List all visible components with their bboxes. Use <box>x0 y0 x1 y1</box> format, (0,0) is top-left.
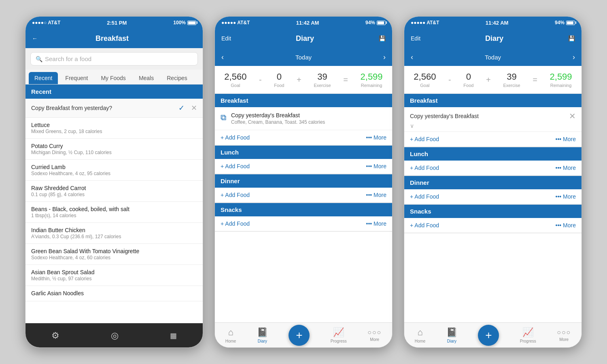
add-button-2[interactable]: + <box>289 325 310 346</box>
exercise-label-3: Exercise <box>503 83 520 88</box>
food-item-potato-curry[interactable]: Potato Curry Michigan Dining, ½ Cup, 110… <box>25 139 203 160</box>
meal-dinner-3: Dinner + Add Food ••• More <box>404 176 582 205</box>
phone-1: ●●●●○ AT&T 2:51 PM 100% ← Breakfast 🔍 Se… <box>25 16 203 348</box>
back-button-1[interactable]: ← <box>32 35 38 42</box>
diary-tab-2[interactable]: 📓 Diary <box>257 327 268 343</box>
bottom-bar-1: ⚙ ◎ ▦ <box>25 323 203 347</box>
diary-icon-2: 📓 <box>257 327 268 338</box>
meal-dinner-header-2: Dinner <box>215 174 392 188</box>
food-item-green-bean-salad[interactable]: Green Bean Salad With Tomato Vinaigrette… <box>25 244 203 265</box>
tab-meals-1[interactable]: Meals <box>133 72 159 84</box>
current-date-3: Today <box>485 54 501 61</box>
progress-label-3: Progress <box>520 339 536 343</box>
status-bar-3: ●●●●● AT&T 11:42 AM 94% <box>404 17 582 29</box>
meals-container-2: Breakfast ⧉ Copy yesterday's Breakfast C… <box>215 94 392 322</box>
diary-tab-3[interactable]: 📓 Diary <box>446 327 457 343</box>
progress-icon-2: 📈 <box>333 327 344 338</box>
settings-icon-1[interactable]: ⚙ <box>51 330 59 341</box>
checkmark-icon-1[interactable]: ✓ <box>178 104 185 112</box>
food-item-butter-chicken[interactable]: Indian Butter Chicken A'viands, 0.3 Cup … <box>25 223 203 244</box>
food-item-raw-carrot[interactable]: Raw Shredded Carrot 0.1 cup (85 g), 4 ca… <box>25 181 203 202</box>
dinner-add-food-3[interactable]: + Add Food <box>410 193 439 200</box>
search-input-wrap-1[interactable]: 🔍 Search for a food <box>30 52 198 66</box>
meal-breakfast-header-2: Breakfast <box>215 94 392 107</box>
breakfast-add-food-3[interactable]: + Add Food <box>410 136 439 142</box>
progress-tab-2[interactable]: 📈 Progress <box>331 327 347 343</box>
exercise-label-2: Exercise <box>314 83 331 88</box>
battery-2: 94% <box>365 20 386 25</box>
food-name: Beans - Black, cooked, boiled, with salt <box>31 206 197 212</box>
progress-label-2: Progress <box>331 339 347 343</box>
lunch-add-food-3[interactable]: + Add Food <box>410 165 439 171</box>
food-name: Indian Butter Chicken <box>31 227 197 233</box>
lunch-more-3[interactable]: ••• More <box>556 165 576 171</box>
progress-icon-3: 📈 <box>522 327 533 338</box>
food-item-curried-lamb[interactable]: Curried Lamb Sodexo Healthcare, 4 oz, 95… <box>25 160 203 181</box>
tab-myfoods-1[interactable]: My Foods <box>95 72 131 84</box>
home-label-2: Home <box>225 339 236 343</box>
search-bar-1: 🔍 Search for a food <box>25 48 203 70</box>
meals-container-3: Breakfast Copy yesterday's Breakfast ✕ ∨… <box>404 94 582 322</box>
food-item-lettuce[interactable]: Lettuce Mixed Greens, 2 cup, 18 calories <box>25 118 203 139</box>
lunch-add-more-2: + Add Food ••• More <box>215 159 392 174</box>
breakfast-add-food-2[interactable]: + Add Food <box>221 134 250 141</box>
copy-yesterday-row-2[interactable]: ⧉ Copy yesterday's Breakfast Coffee, Cre… <box>215 107 392 130</box>
food-desc: Michigan Dining, ½ Cup, 110 calories <box>31 150 197 155</box>
snacks-more-3[interactable]: ••• More <box>556 222 576 229</box>
lunch-add-food-2[interactable]: + Add Food <box>221 163 250 169</box>
more-label-3: More <box>559 337 569 342</box>
home-tab-2[interactable]: ⌂ Home <box>225 327 236 343</box>
food-item-garlic-noodles[interactable]: Garlic Asian Noodles <box>25 286 203 301</box>
edit-button-2[interactable]: Edit <box>221 35 231 42</box>
nav-bar-2: Edit Diary 💾 <box>215 29 392 48</box>
food-item-bean-sprout[interactable]: Asian Bean Sprout Salad Medithin, ½ cup,… <box>25 265 203 286</box>
prev-day-3[interactable]: ‹ <box>411 53 413 61</box>
exercise-value-3: 39 <box>503 72 520 82</box>
food-desc: Medithin, ½ cup, 97 calories <box>31 276 197 281</box>
next-day-2[interactable]: › <box>383 53 386 61</box>
dinner-more-2[interactable]: ••• More <box>366 192 387 198</box>
save-button-2[interactable]: 💾 <box>379 35 386 42</box>
more-icon-2: ○○○ <box>367 329 382 336</box>
close-copy-icon-1[interactable]: ✕ <box>191 104 197 112</box>
copy-expanded-close-3[interactable]: ✕ <box>569 111 576 121</box>
dinner-add-food-2[interactable]: + Add Food <box>221 192 250 198</box>
tab-frequent-1[interactable]: Frequent <box>59 72 93 84</box>
tab-recipes-1[interactable]: Recipes <box>161 72 193 84</box>
section-header-1: Recent <box>25 85 203 99</box>
meal-dinner-2: Dinner + Add Food ••• More <box>215 174 392 203</box>
snacks-more-2[interactable]: ••• More <box>366 220 387 227</box>
diary-bottom-3: ⌂ Home 📓 Diary + 📈 Progress ○○○ More <box>404 322 582 347</box>
check-circle-icon-1[interactable]: ◎ <box>111 330 119 341</box>
prev-day-2[interactable]: ‹ <box>221 53 224 61</box>
home-tab-3[interactable]: ⌂ Home <box>415 327 426 343</box>
minus-op-2: - <box>259 75 262 85</box>
food-desc: A'viands, 0.3 Cup (236.6 ml), 127 calori… <box>31 234 197 239</box>
next-day-3[interactable]: › <box>573 53 575 61</box>
save-button-3[interactable]: 💾 <box>568 35 575 42</box>
edit-button-3[interactable]: Edit <box>411 35 420 42</box>
food-name: Green Bean Salad With Tomato Vinaigrette <box>31 248 197 254</box>
diary-icon-3: 📓 <box>446 327 457 338</box>
battery-fill-1 <box>188 21 195 24</box>
more-tab-3[interactable]: ○○○ More <box>557 329 571 342</box>
lunch-more-2[interactable]: ••• More <box>366 163 387 169</box>
tab-recent-1[interactable]: Recent <box>29 72 58 84</box>
add-button-3[interactable]: + <box>478 325 499 346</box>
snacks-add-food-2[interactable]: + Add Food <box>221 220 250 227</box>
barcode-icon-1[interactable]: ▦ <box>170 331 177 340</box>
copy-chevron-3: ∨ <box>410 123 576 129</box>
meal-breakfast-body-3: Copy yesterday's Breakfast ✕ ∨ + Add Foo… <box>404 107 582 146</box>
battery-icon-1 <box>187 21 196 25</box>
breakfast-more-3[interactable]: ••• More <box>556 136 576 142</box>
time-3: 11:42 AM <box>486 20 509 26</box>
nav-title-3: Diary <box>485 34 503 43</box>
more-tab-2[interactable]: ○○○ More <box>367 329 382 342</box>
progress-tab-3[interactable]: 📈 Progress <box>520 327 536 343</box>
snacks-add-food-3[interactable]: + Add Food <box>410 222 439 229</box>
battery-icon-2 <box>377 21 386 25</box>
dinner-more-3[interactable]: ••• More <box>556 193 576 200</box>
nav-bar-1: ← Breakfast <box>25 29 203 48</box>
food-item-black-beans[interactable]: Beans - Black, cooked, boiled, with salt… <box>25 202 203 223</box>
breakfast-more-2[interactable]: ••• More <box>366 134 387 141</box>
